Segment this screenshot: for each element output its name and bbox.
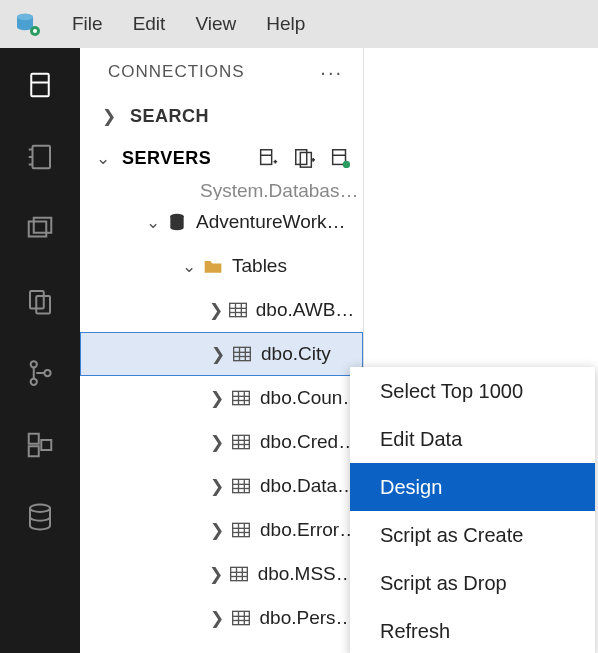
- svg-rect-12: [34, 218, 52, 233]
- panel-title: CONNECTIONS: [108, 62, 245, 82]
- tree-label: dbo.Cred…: [260, 431, 357, 453]
- chevron-down-icon: ⌄: [178, 256, 200, 277]
- context-menu-item[interactable]: Design: [350, 463, 595, 511]
- new-connection-icon[interactable]: [257, 147, 279, 169]
- svg-rect-7: [33, 146, 51, 169]
- tree-label: dbo.Data…: [260, 475, 356, 497]
- activity-source-control-icon[interactable]: [23, 356, 57, 390]
- table-icon: [228, 477, 254, 495]
- tree-tables-row[interactable]: ⌄ Tables: [80, 244, 363, 288]
- menu-help[interactable]: Help: [266, 13, 305, 35]
- tree-table-row[interactable]: ❯dbo.City: [80, 332, 363, 376]
- svg-point-3: [33, 29, 37, 33]
- table-icon: [228, 609, 254, 627]
- table-icon: [229, 345, 255, 363]
- table-icon: [228, 433, 254, 451]
- svg-rect-54: [233, 479, 250, 492]
- svg-rect-4: [31, 74, 49, 97]
- activity-database-icon[interactable]: [23, 500, 57, 534]
- chevron-right-icon: ❯: [206, 520, 228, 541]
- folder-icon: [200, 257, 226, 275]
- tree-table-row[interactable]: ❯dbo.Cred…: [80, 420, 363, 464]
- server-status-icon[interactable]: [329, 147, 351, 169]
- context-menu-item[interactable]: Select Top 1000: [350, 367, 595, 415]
- table-icon: [226, 301, 250, 319]
- new-group-icon[interactable]: [293, 147, 315, 169]
- activity-bar: [0, 48, 80, 653]
- chevron-down-icon: ⌄: [92, 148, 114, 169]
- server-tree: System.Databas… ⌄ AdventureWork… ⌄ Table…: [80, 180, 363, 653]
- chevron-right-icon: ❯: [206, 476, 228, 497]
- chevron-right-icon: ❯: [206, 300, 226, 321]
- menu-edit[interactable]: Edit: [133, 13, 166, 35]
- chevron-right-icon: ❯: [206, 608, 228, 629]
- context-menu-item[interactable]: Refresh: [350, 607, 595, 653]
- svg-rect-44: [233, 391, 250, 404]
- tree-table-row[interactable]: ❯dbo.Coun…: [80, 376, 363, 420]
- table-icon: [228, 521, 254, 539]
- svg-rect-69: [232, 611, 249, 624]
- svg-point-32: [343, 161, 350, 168]
- activity-explorer-icon[interactable]: [23, 212, 57, 246]
- connections-panel: CONNECTIONS ··· ❯ SEARCH ⌄ SERVERS Syste…: [80, 48, 364, 653]
- svg-rect-64: [231, 567, 248, 580]
- svg-rect-39: [234, 347, 251, 360]
- svg-point-17: [44, 370, 50, 376]
- svg-rect-18: [29, 434, 39, 444]
- svg-rect-59: [233, 523, 250, 536]
- panel-header: CONNECTIONS ···: [80, 48, 363, 96]
- context-menu: Select Top 1000Edit DataDesignScript as …: [350, 367, 595, 653]
- svg-point-16: [31, 379, 37, 385]
- svg-point-21: [30, 505, 50, 513]
- svg-point-1: [17, 14, 33, 20]
- svg-rect-11: [29, 222, 47, 237]
- menu-view[interactable]: View: [195, 13, 236, 35]
- tree-label: dbo.Error…: [260, 519, 358, 541]
- chevron-right-icon: ❯: [98, 106, 120, 127]
- tree-table-row[interactable]: ❯dbo.Persc…: [80, 640, 363, 653]
- tree-table-row[interactable]: ❯dbo.Error…: [80, 508, 363, 552]
- servers-section[interactable]: ⌄ SERVERS: [80, 136, 363, 180]
- tree-truncated-row[interactable]: System.Databas…: [80, 180, 363, 200]
- search-section[interactable]: ❯ SEARCH: [80, 96, 363, 136]
- chevron-right-icon: ❯: [207, 344, 229, 365]
- app-icon: [14, 10, 42, 38]
- chevron-right-icon: ❯: [206, 432, 228, 453]
- svg-rect-19: [29, 446, 39, 456]
- menu-items: File Edit View Help: [72, 13, 305, 35]
- tree-table-row[interactable]: ❯dbo.Persc…: [80, 596, 363, 640]
- database-icon: [164, 212, 190, 232]
- svg-rect-49: [233, 435, 250, 448]
- tree-label: dbo.MSSC…: [258, 563, 363, 585]
- context-menu-item[interactable]: Edit Data: [350, 415, 595, 463]
- servers-label: SERVERS: [122, 148, 211, 169]
- activity-extensions-icon[interactable]: [23, 428, 57, 462]
- svg-rect-34: [230, 303, 247, 316]
- tree-label: dbo.AWBuil…: [256, 299, 363, 321]
- svg-point-15: [31, 361, 37, 367]
- activity-copy-icon[interactable]: [23, 284, 57, 318]
- context-menu-item[interactable]: Script as Drop: [350, 559, 595, 607]
- context-menu-item[interactable]: Script as Create: [350, 511, 595, 559]
- svg-rect-20: [41, 440, 51, 450]
- tree-label: System.Databas…: [200, 180, 358, 200]
- panel-more-icon[interactable]: ···: [320, 61, 343, 84]
- tree-table-row[interactable]: ❯dbo.MSSC…: [80, 552, 363, 596]
- activity-notebooks-icon[interactable]: [23, 140, 57, 174]
- tree-label: dbo.City: [261, 343, 331, 365]
- chevron-right-icon: ❯: [206, 564, 227, 585]
- chevron-down-icon: ⌄: [142, 212, 164, 233]
- server-actions: [257, 147, 351, 169]
- tree-label: Tables: [232, 255, 287, 277]
- svg-rect-22: [261, 150, 272, 165]
- tree-table-row[interactable]: ❯dbo.Data…: [80, 464, 363, 508]
- chevron-right-icon: ❯: [206, 388, 228, 409]
- tree-label: dbo.Persc…: [260, 607, 363, 629]
- tree-database-row[interactable]: ⌄ AdventureWork…: [80, 200, 363, 244]
- menu-file[interactable]: File: [72, 13, 103, 35]
- table-icon: [227, 565, 252, 583]
- tree-table-row[interactable]: ❯dbo.AWBuil…: [80, 288, 363, 332]
- table-icon: [228, 389, 254, 407]
- search-label: SEARCH: [130, 106, 209, 127]
- activity-connections-icon[interactable]: [23, 68, 57, 102]
